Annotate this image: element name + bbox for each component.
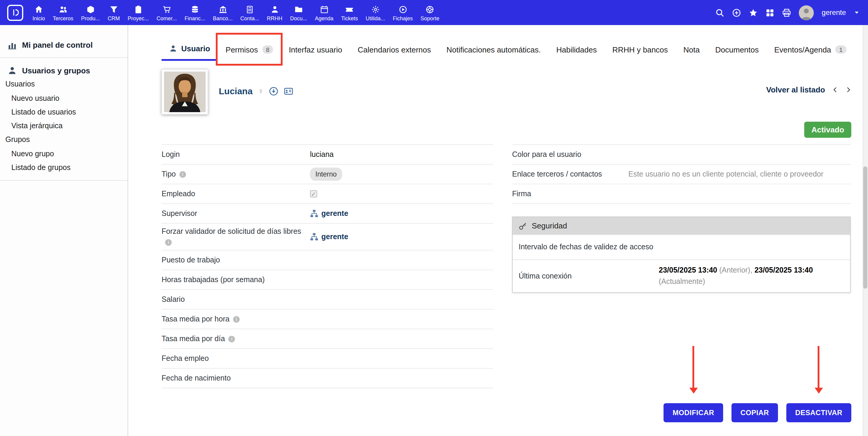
field-validez-acceso: Intervalo de fechas de validez de acceso xyxy=(513,234,850,259)
chevron-left-icon[interactable] xyxy=(832,85,838,94)
menu-tickets[interactable]: Tickets xyxy=(337,0,362,25)
tickets-icon xyxy=(345,5,354,13)
desactivar-button[interactable]: DESACTIVAR xyxy=(786,403,851,422)
quick-add-icon[interactable] xyxy=(733,8,741,17)
tab-habilidades[interactable]: Habilidades xyxy=(549,38,604,61)
tab-eventos-agenda[interactable]: Eventos/Agenda 1 xyxy=(767,38,855,61)
tab-permisos[interactable]: Permisos 8 xyxy=(218,38,281,61)
scrollbar-thumb[interactable] xyxy=(863,166,867,289)
sidebar-divider xyxy=(0,180,128,181)
sidebar-item-listado-usuarios[interactable]: Listado de usuarios xyxy=(0,105,128,119)
tab-bar: Usuario Permisos 8 Interfaz usuario Cale… xyxy=(161,38,854,61)
action-buttons: MODIFICAR COPIAR DESACTIVAR xyxy=(663,403,851,422)
field-empleado: Empleado ✓ xyxy=(161,184,493,204)
sidebar-item-nuevo-usuario[interactable]: Nuevo usuario xyxy=(0,91,128,105)
menu-rrhh[interactable]: RRHH xyxy=(263,0,286,25)
sidebar-item-nuevo-grupo[interactable]: Nuevo grupo xyxy=(0,147,128,161)
user-photo xyxy=(161,69,208,115)
menu-fichajes[interactable]: Fichajes xyxy=(389,0,417,25)
annotation-arrow-desactivar xyxy=(818,346,820,388)
status-badge: Activado xyxy=(804,122,851,138)
thirdparties-icon xyxy=(59,5,67,13)
download-vcard-icon[interactable] xyxy=(269,86,279,96)
details-right-column: Color para el usuario Enlace terceros / … xyxy=(512,144,851,293)
field-login: Login luciana xyxy=(161,145,493,165)
sidebar-section-usuarios[interactable]: Usuarios xyxy=(0,77,128,91)
menu-utilidades[interactable]: Utilida... xyxy=(362,0,389,25)
page-title-user-name: Luciana xyxy=(219,86,252,96)
eventos-count-badge: 1 xyxy=(835,45,846,54)
tab-usuario[interactable]: Usuario xyxy=(161,38,218,61)
info-icon: i xyxy=(165,239,172,246)
menu-crm[interactable]: CRM xyxy=(104,0,124,25)
menu-bancos[interactable]: Banco... xyxy=(209,0,237,25)
field-supervisor: Supervisor gerente xyxy=(161,204,493,224)
menu-soporte[interactable]: Soporte xyxy=(417,0,443,25)
field-puesto: Puesto de trabajo xyxy=(161,251,493,270)
sidebar-item-vista-jerarquica[interactable]: Vista jerárquica xyxy=(0,119,128,133)
modificar-button[interactable]: MODIFICAR xyxy=(663,403,723,422)
field-color-usuario: Color para el usuario xyxy=(512,145,851,165)
info-icon: i xyxy=(233,316,240,323)
field-fecha-nacimiento: Fecha de nacimiento xyxy=(161,369,493,388)
home-icon xyxy=(35,5,43,13)
sidebar-item-listado-grupos[interactable]: Listado de grupos xyxy=(0,161,128,174)
logged-user-label[interactable]: gerente xyxy=(822,8,846,17)
details-left-column: Login luciana Tipoi Interno Empleado ✓ S… xyxy=(161,144,493,388)
bookmarks-icon[interactable] xyxy=(749,8,758,17)
tab-notificaciones[interactable]: Notificaciones automáticas. xyxy=(439,38,549,61)
tab-nota[interactable]: Nota xyxy=(676,38,708,61)
sidebar-item-usuarios-grupos[interactable]: Usuarios y grupos xyxy=(0,64,128,77)
search-icon[interactable] xyxy=(716,8,724,17)
timeclock-icon xyxy=(399,5,407,13)
annotation-arrow-modificar xyxy=(692,346,694,388)
sidebar-item-dashboard[interactable]: Mi panel de control xyxy=(0,38,128,51)
user-group-icon xyxy=(310,233,318,241)
main-menu: Inicio Terceros Produ... CRM Proyec... C… xyxy=(29,0,443,25)
supervisor-link[interactable]: gerente xyxy=(310,208,348,219)
menu-documentos[interactable]: Docu... xyxy=(286,0,311,25)
menu-financiera[interactable]: Financ... xyxy=(181,0,209,25)
copiar-button[interactable]: COPIAR xyxy=(732,403,778,422)
chevron-down-icon[interactable] xyxy=(854,9,860,16)
field-salario: Salario xyxy=(161,290,493,310)
tab-calendarios-externos[interactable]: Calendarios externos xyxy=(350,38,439,61)
vcard-icon[interactable] xyxy=(284,86,293,96)
chevron-right-icon[interactable] xyxy=(845,85,851,94)
avatar-silhouette-icon xyxy=(799,5,814,20)
menu-inicio[interactable]: Inicio xyxy=(29,0,49,25)
user-avatar[interactable] xyxy=(799,5,814,20)
menu-terceros[interactable]: Terceros xyxy=(49,0,77,25)
menu-comercial[interactable]: Comer... xyxy=(153,0,181,25)
modules-icon[interactable] xyxy=(766,8,775,17)
bank-icon xyxy=(218,5,227,13)
menu-agenda[interactable]: Agenda xyxy=(311,0,337,25)
scrollbar-track xyxy=(863,25,868,436)
menu-productos[interactable]: Produ... xyxy=(77,0,104,25)
tab-interfaz-usuario[interactable]: Interfaz usuario xyxy=(281,38,350,61)
menu-proyectos[interactable]: Proyec... xyxy=(124,0,153,25)
user-group-icon xyxy=(310,209,318,218)
top-navbar: Inicio Terceros Produ... CRM Proyec... C… xyxy=(0,0,868,25)
menu-contabilidad[interactable]: Conta... xyxy=(237,0,263,25)
back-to-list-link[interactable]: Volver al listado xyxy=(766,85,826,94)
left-sidebar: Mi panel de control Usuarios y grupos Us… xyxy=(0,25,128,436)
security-header: Seguridad xyxy=(513,217,850,234)
security-panel: Seguridad Intervalo de fechas de validez… xyxy=(512,216,851,293)
user-icon xyxy=(8,66,17,75)
field-horas-trabajadas: Horas trabajadas (por semana) xyxy=(161,270,493,290)
tab-rrhh-bancos[interactable]: RRHH y bancos xyxy=(604,38,676,61)
info-icon: i xyxy=(180,171,186,178)
main-content: Usuario Permisos 8 Interfaz usuario Cale… xyxy=(128,25,868,436)
tab-documentos[interactable]: Documentos xyxy=(708,38,767,61)
info-icon: i xyxy=(228,336,235,342)
field-ultima-conexion: Última conexión 23/05/2025 13:40 (Anteri… xyxy=(513,259,850,292)
print-icon[interactable] xyxy=(782,8,792,17)
female-gender-icon: ♀ xyxy=(258,86,264,95)
support-icon xyxy=(426,5,434,13)
sidebar-section-grupos[interactable]: Grupos xyxy=(0,133,128,147)
validator-link[interactable]: gerente xyxy=(310,231,348,242)
tipo-badge: Interno xyxy=(310,167,342,181)
field-enlace-terceros: Enlace terceros / contactos Este usuario… xyxy=(512,165,851,184)
dolibarr-logo[interactable] xyxy=(7,4,23,21)
